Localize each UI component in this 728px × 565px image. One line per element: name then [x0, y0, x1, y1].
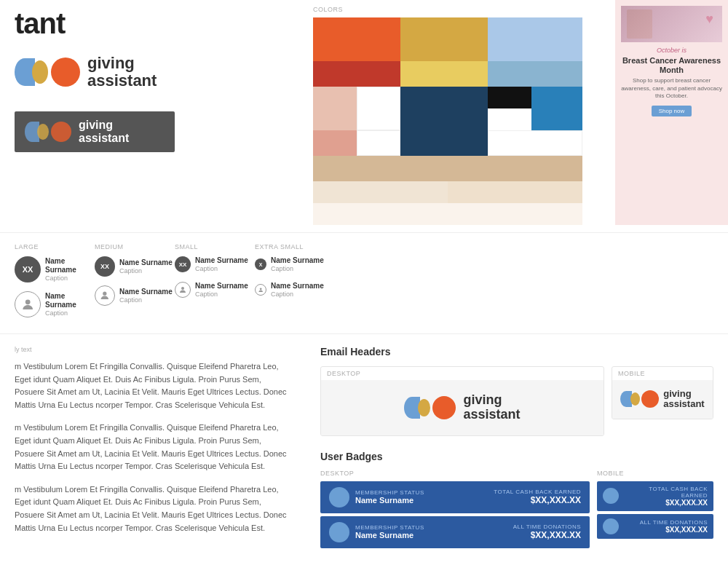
circle-orange-sm — [51, 122, 71, 142]
logo-dark-box: giving assistant — [15, 111, 175, 151]
avatar-caption-md: Caption — [119, 267, 173, 275]
email-mobile-giving: giving — [663, 389, 704, 399]
email-mobile-circle-orange — [641, 390, 659, 408]
colors-section: Colors — [306, 0, 615, 225]
email-logo-text: giving assistant — [463, 393, 520, 422]
avatar-row-xs-outline: Name Surname Caption — [255, 282, 335, 299]
color-swatch-gold — [400, 17, 488, 61]
avatar-info-lg: Name Surname Caption — [45, 257, 95, 282]
avatars-grid: LARGE XX Name Surname Caption Name Surna… — [15, 243, 713, 326]
bc-shop-button[interactable]: Shop now — [652, 106, 692, 116]
badge-left-2: MEMBERSHIP STATUS Name Surname — [329, 522, 424, 542]
color-swatch-dark-teal2 — [400, 130, 488, 156]
svg-point-3 — [260, 288, 262, 290]
badge-name-2: Name Surname — [355, 531, 424, 540]
logo-assistant: assistant — [87, 72, 157, 90]
logo-assistant-dark: assistant — [79, 132, 129, 144]
color-row-6 — [313, 181, 582, 203]
badges-mobile: MOBILE TOTAL CASH BACK EARNED $XX,XXX.XX — [597, 470, 713, 542]
color-grid — [313, 17, 582, 225]
svg-point-1 — [103, 292, 106, 296]
color-swatch-red — [313, 61, 400, 87]
avatar-circle-lg-outline — [15, 291, 41, 317]
page-container: tant giving assistant — [0, 0, 728, 565]
badge-amount-label-1: TOTAL CASH BACK EARNED — [494, 489, 581, 495]
bc-october-text: October is — [621, 47, 722, 54]
logo-full-row: giving assistant — [15, 55, 157, 90]
body-para-1: m Vestibulum Lorem Et Fringilla Convalli… — [15, 360, 291, 411]
logo-text-partial: tant — [15, 7, 65, 40]
badge-left-1: MEMBERSHIP STATUS Name Surname — [329, 487, 424, 507]
color-swatch-dark-teal — [400, 87, 488, 130]
email-mobile-circles — [620, 390, 659, 408]
badges-container: DESKTOP MEMBERSHIP STATUS Name Surname — [320, 470, 713, 551]
email-mobile-assistant: assistant — [663, 399, 704, 409]
badge-mobile-1: TOTAL CASH BACK EARNED $XX,XXX.XX — [597, 481, 713, 511]
badge-mobile-amount-label-2: ALL TIME DONATIONS — [623, 519, 708, 526]
email-mobile-content: giving assistant — [612, 380, 713, 419]
color-row-3 — [313, 87, 582, 130]
avatar-caption-xs: Caption — [271, 265, 324, 273]
color-swatch-very-light — [313, 203, 582, 225]
circle-gold — [32, 60, 48, 84]
badge-mobile-amount-label-1: TOTAL CASH BACK EARNED — [623, 486, 708, 499]
color-swatch-blue-light — [488, 17, 582, 61]
bc-button-wrapper: Shop now — [621, 105, 722, 116]
email-giving: giving — [463, 393, 520, 408]
bc-description: Shop to support breast cancer awareness,… — [621, 77, 722, 100]
body-para-2: m Vestibulum Lorem Et Fringilla Convalli… — [15, 422, 291, 473]
color-swatch-blue-mid — [488, 61, 582, 87]
badge-membership-label-1: MEMBERSHIP STATUS — [355, 489, 424, 496]
avatar-info-md-outline: Name Surname Caption — [119, 288, 173, 304]
color-swatch-black — [488, 87, 531, 108]
avatar-name-xs: Name Surname — [271, 256, 324, 265]
email-desktop-label: DESKTOP — [321, 367, 604, 380]
color-row-7 — [313, 203, 582, 225]
avatar-caption-sm-outline: Caption — [195, 291, 248, 299]
avatar-col-small: SMALL XX Name Surname Caption Name Surna… — [175, 243, 255, 326]
avatar-section: LARGE XX Name Surname Caption Name Surna… — [0, 233, 728, 334]
colors-label: Colors — [313, 0, 608, 17]
avatar-row-medium-filled: XX Name Surname Caption — [95, 256, 175, 277]
user-badges-section: User Badges DESKTOP MEMBERSHIP STATUS Na… — [320, 451, 713, 551]
avatar-caption-md-outline: Caption — [119, 296, 173, 304]
avatar-col-medium: MEDIUM XX Name Surname Caption Name Surn… — [95, 243, 175, 326]
svg-point-2 — [181, 287, 184, 290]
avatar-col-large: LARGE XX Name Surname Caption Name Surna… — [15, 243, 95, 326]
color-row-1 — [313, 17, 582, 61]
badge-mobile-amount-2: $XX,XXX.XX — [623, 526, 708, 534]
email-mobile-box: MOBILE giving assistant — [612, 366, 713, 419]
color-swatch-orange — [313, 17, 400, 61]
avatar-row-large-filled: XX Name Surname Caption — [15, 256, 95, 282]
avatar-info-md: Name Surname Caption — [119, 258, 173, 275]
avatar-name-md-outline: Name Surname — [119, 288, 173, 296]
logo-name: giving assistant — [87, 55, 157, 90]
logo-circles-dark — [25, 122, 71, 142]
email-headers-container: DESKTOP giving assistant — [320, 366, 713, 436]
badge-amount-1: $XX,XXX.XX — [494, 495, 581, 505]
avatar-circle-xs: X — [255, 258, 266, 270]
badges-section-title: User Badges — [320, 451, 713, 462]
email-desktop-box: DESKTOP giving assistant — [320, 366, 604, 436]
avatar-circle-xs-outline — [255, 284, 266, 296]
avatar-caption-lg: Caption — [45, 274, 95, 282]
email-mobile-logo-text: giving assistant — [663, 389, 704, 410]
badges-mobile-label: MOBILE — [597, 470, 713, 477]
badge-info-2: MEMBERSHIP STATUS Name Surname — [355, 524, 424, 540]
badge-mobile-info-1: TOTAL CASH BACK EARNED $XX,XXX.XX — [623, 486, 708, 507]
badge-amount-label-2: ALL TIME DONATIONS — [513, 523, 581, 530]
avatar-name-lg: Name Surname — [45, 257, 95, 274]
svg-point-0 — [25, 299, 31, 304]
avatar-size-small: SMALL — [175, 243, 255, 250]
avatar-row-xs-filled: X Name Surname Caption — [255, 256, 335, 273]
badge-mobile-2: ALL TIME DONATIONS $XX,XXX.XX — [597, 514, 713, 539]
badges-desktop-label: DESKTOP — [320, 470, 590, 477]
avatar-info-lg-outline: Name Surname Caption — [45, 292, 95, 317]
color-row-4 — [313, 130, 582, 156]
email-circle-orange — [432, 396, 456, 419]
badge-mobile-avatar-2 — [603, 518, 619, 534]
avatar-name-xs-outline: Name Surname — [271, 282, 324, 291]
logo-section: tant giving assistant — [0, 0, 306, 225]
avatar-caption-xs-outline: Caption — [271, 291, 324, 299]
body-text-section: ly text m Vestibulum Lorem Et Fringilla … — [0, 334, 306, 565]
